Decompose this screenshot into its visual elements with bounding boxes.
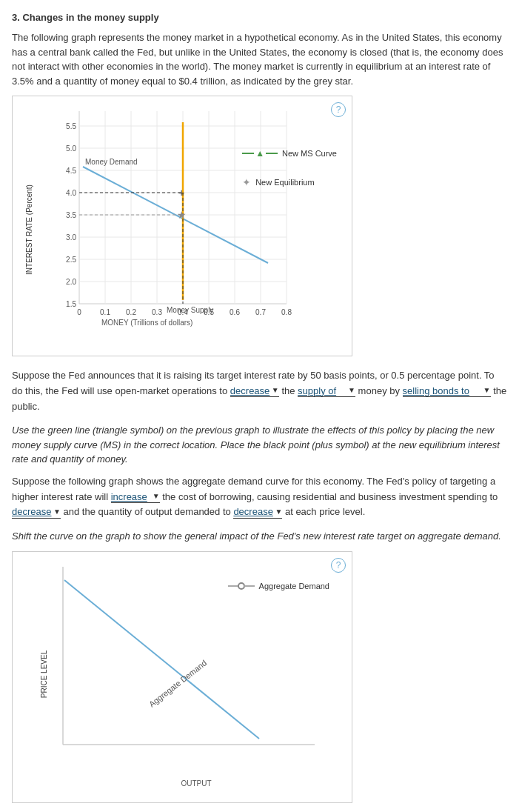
- y-axis-label: INTEREST RATE (Percent): [25, 184, 33, 275]
- svg-text:2.0: 2.0: [66, 278, 76, 286]
- paragraph3: Suppose the following graph shows the ag…: [12, 474, 507, 520]
- svg-text:3.0: 3.0: [66, 233, 76, 242]
- p3-mid1: the cost of borrowing, causing residenti…: [162, 491, 498, 502]
- p2-money: money by: [358, 385, 400, 396]
- svg-text:2.5: 2.5: [66, 256, 76, 264]
- svg-text:0.7: 0.7: [255, 308, 266, 316]
- svg-text:3.5: 3.5: [66, 211, 76, 219]
- svg-text:5.5: 5.5: [66, 122, 76, 130]
- dropdown2-supplyof[interactable]: supply of demand for: [298, 385, 357, 396]
- x-axis-label: MONEY (Trillions of dollars): [101, 319, 192, 327]
- chart-area: 5.5 5.0 4.5 4.0 3.5 3.0 2.5 2.0 1.5 0 0.…: [57, 111, 344, 333]
- svg-text:0.8: 0.8: [281, 308, 292, 316]
- section-title: 3. Changes in the money supply: [12, 12, 507, 23]
- svg-text:1.5: 1.5: [66, 300, 76, 308]
- svg-text:4.0: 4.0: [66, 189, 76, 197]
- dropdown1-wrapper[interactable]: decrease increase ▼: [230, 385, 279, 397]
- svg-text:4.5: 4.5: [66, 167, 76, 175]
- p3-end: at each price level.: [285, 506, 365, 517]
- agg-y-label: PRICE LEVEL: [40, 650, 48, 698]
- svg-line-47: [64, 580, 259, 739]
- dropdown6-wrapper[interactable]: decrease increase ▼: [233, 506, 282, 519]
- p2-the: the: [281, 385, 295, 396]
- svg-text:0.6: 0.6: [230, 308, 240, 316]
- dropdown3-wrapper[interactable]: selling bonds to buying bonds from ▼: [403, 385, 491, 397]
- svg-text:Money Demand: Money Demand: [85, 158, 138, 166]
- dropdown5-wrapper[interactable]: decrease increase ▼: [12, 506, 61, 519]
- agg-chart-area: Aggregate Demand OUTPUT: [48, 559, 344, 774]
- svg-text:5.0: 5.0: [66, 144, 76, 153]
- svg-text:0.3: 0.3: [152, 308, 162, 316]
- intro-paragraph: The following graph represents the money…: [12, 30, 507, 88]
- legend-new-ms: ▲ New MS Curve: [242, 148, 337, 159]
- chart-svg: 5.5 5.0 4.5 4.0 3.5 3.0 2.5 2.0 1.5 0 0.…: [57, 111, 294, 333]
- agg-chart-svg: Aggregate Demand: [48, 559, 329, 767]
- svg-text:Aggregate Demand: Aggregate Demand: [147, 658, 209, 708]
- agg-legend-label: Aggregate Demand: [259, 582, 329, 590]
- agg-x-label: OUTPUT: [181, 779, 211, 788]
- svg-text:0.2: 0.2: [126, 308, 136, 316]
- money-market-graph: ? INTEREST RATE (Percent): [12, 96, 352, 356]
- italic-para2: Shift the curve on the graph to show the…: [12, 529, 507, 544]
- agg-legend: Aggregate Demand: [228, 582, 329, 590]
- p3-mid2: and the quantity of output demanded to: [64, 506, 231, 517]
- dropdown5-decrease[interactable]: decrease increase: [12, 506, 62, 517]
- aggregate-demand-graph: ? PRICE LEVEL Aggregate Demand OUTPUT: [12, 551, 352, 803]
- paragraph2: Suppose the Fed announces that it is rai…: [12, 368, 507, 414]
- svg-text:0.1: 0.1: [100, 308, 110, 316]
- svg-text:0: 0: [77, 308, 81, 316]
- italic-para1: Use the green line (triangle symbol) on …: [12, 423, 507, 467]
- dropdown1-decrease[interactable]: decrease increase: [230, 385, 281, 396]
- dropdown4-wrapper[interactable]: increase decrease ▼: [111, 490, 160, 503]
- svg-text:+: +: [178, 187, 184, 199]
- svg-text:★: ★: [177, 209, 187, 221]
- dropdown3-sellingbonds[interactable]: selling bonds to buying bonds from: [403, 385, 492, 396]
- dropdown2-wrapper[interactable]: supply of demand for ▼: [298, 385, 355, 397]
- svg-text:Money Supply: Money Supply: [167, 306, 213, 314]
- legend: ▲ New MS Curve ✦ New Equilibrium: [242, 148, 337, 199]
- legend-new-eq: ✦ New Equilibrium: [242, 176, 337, 188]
- dropdown4-increase[interactable]: increase decrease: [111, 491, 161, 502]
- dropdown6-decrease2[interactable]: decrease increase: [233, 506, 284, 517]
